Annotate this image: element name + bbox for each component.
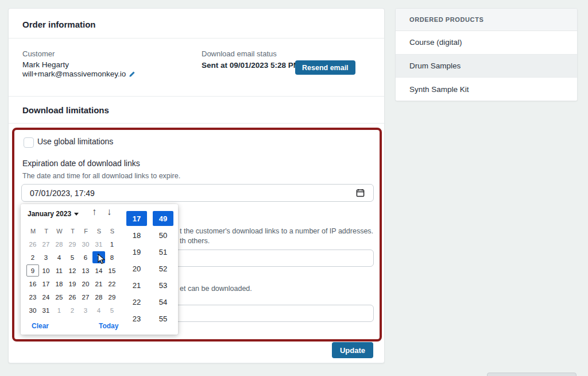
customer-email: will+mark@massivemonkey.io: [22, 70, 126, 78]
day-cell[interactable]: 6: [79, 251, 92, 263]
update-button[interactable]: Update: [332, 342, 373, 358]
day-cell[interactable]: 1: [53, 304, 65, 316]
day-cell[interactable]: 31: [40, 304, 52, 316]
day-cell[interactable]: 3: [79, 304, 92, 316]
ip-limit-description-visible-2: th others.: [180, 237, 210, 245]
ordered-product-row[interactable]: Drum Samples: [396, 55, 577, 78]
previous-month-arrow-icon[interactable]: ↑: [92, 207, 97, 217]
day-cell[interactable]: 30: [79, 238, 92, 250]
chevron-down-icon: [74, 213, 79, 216]
download-limitations-title: Download limitations: [22, 105, 109, 115]
day-cell[interactable]: 27: [79, 291, 92, 303]
hour-cell[interactable]: 17: [126, 211, 147, 226]
day-cell[interactable]: 10: [40, 264, 52, 277]
day-cell[interactable]: 31: [92, 238, 105, 250]
ip-limit-description-visible: t the customer's download links to a num…: [180, 227, 373, 235]
expiration-date-description: The date and time for all download links…: [22, 172, 180, 180]
day-cell[interactable]: 23: [26, 291, 39, 303]
day-cell[interactable]: 25: [53, 291, 65, 303]
minute-cell[interactable]: 55: [153, 311, 173, 326]
email-status-label: Download email status: [202, 49, 277, 58]
day-cell[interactable]: 27: [40, 238, 52, 250]
day-cell[interactable]: 21: [92, 278, 105, 290]
day-cell[interactable]: 8: [106, 251, 118, 263]
download-attempts-description-visible: et can be downloaded.: [180, 285, 252, 293]
day-cell[interactable]: 26: [26, 238, 39, 250]
day-cell[interactable]: 5: [66, 251, 79, 263]
expiration-date-label: Expiration date of download links: [22, 159, 140, 168]
day-cell[interactable]: 18: [53, 278, 65, 290]
day-cell[interactable]: 15: [106, 264, 118, 277]
hour-cell[interactable]: 21: [126, 278, 147, 293]
day-cell[interactable]: 29: [66, 238, 79, 250]
day-cell[interactable]: 1: [106, 238, 118, 250]
hours-column: 17181920212223: [126, 211, 147, 328]
day-cell[interactable]: 3: [40, 251, 52, 263]
day-cell[interactable]: 24: [40, 291, 52, 303]
dow-label: S: [106, 226, 119, 236]
day-cell[interactable]: 12: [66, 264, 79, 277]
dow-label: W: [53, 226, 66, 236]
month-year-label: January 2023: [28, 210, 71, 218]
use-global-limitations-label: Use global limitations: [37, 137, 113, 146]
hour-cell[interactable]: 20: [126, 261, 147, 276]
day-cell[interactable]: 17: [40, 278, 52, 290]
datetime-picker-popup: January 2023 ↑ ↓ MTWTFSS 262728293031123…: [21, 204, 178, 335]
day-cell[interactable]: 4: [92, 304, 105, 316]
day-cell[interactable]: 2: [66, 304, 79, 316]
minute-cell[interactable]: 54: [153, 294, 173, 309]
page: Order information Customer Mark Hegarty …: [0, 0, 588, 376]
day-cell[interactable]: 2: [26, 251, 39, 263]
day-cell[interactable]: 28: [92, 291, 105, 303]
day-cell[interactable]: 30: [26, 304, 39, 316]
today-link[interactable]: Today: [99, 322, 118, 330]
use-global-limitations-checkbox[interactable]: [24, 137, 34, 148]
month-year-dropdown[interactable]: January 2023: [28, 210, 79, 218]
minute-cell[interactable]: 53: [153, 278, 173, 293]
day-cell[interactable]: 9: [26, 264, 39, 277]
day-cell[interactable]: 5: [106, 304, 118, 316]
day-cell[interactable]: 26: [66, 291, 79, 303]
day-cell[interactable]: 29: [106, 291, 118, 303]
hour-cell[interactable]: 22: [126, 294, 147, 309]
day-cell[interactable]: 22: [106, 278, 118, 290]
hour-cell[interactable]: 23: [126, 311, 147, 326]
divider: [9, 123, 384, 124]
clear-link[interactable]: Clear: [32, 322, 49, 330]
ordered-products-panel: ORDERED PRODUCTS Course (digital) Drum S…: [395, 8, 578, 101]
ordered-product-row[interactable]: Synth Sample Kit: [396, 78, 577, 101]
day-cell[interactable]: 28: [53, 238, 65, 250]
divider: [9, 38, 384, 39]
resend-email-button[interactable]: Resend email: [295, 60, 355, 75]
days-grid: 2627282930311234567891011121314151617181…: [26, 237, 119, 317]
order-info-title: Order information: [22, 20, 96, 29]
day-cell[interactable]: 4: [53, 251, 65, 263]
divider: [9, 96, 384, 97]
expiration-datetime-input[interactable]: [21, 184, 374, 202]
partial-card-below-fold: [487, 373, 577, 376]
dow-label: M: [26, 226, 40, 236]
minute-cell[interactable]: 52: [153, 261, 173, 276]
day-cell[interactable]: 20: [79, 278, 92, 290]
dow-row: MTWTFSS: [26, 226, 119, 236]
next-month-arrow-icon[interactable]: ↓: [107, 207, 112, 217]
ordered-product-row[interactable]: Course (digital): [396, 31, 577, 55]
dow-label: F: [79, 226, 92, 236]
customer-label: Customer: [22, 49, 55, 58]
minutes-column: 49505152535455: [153, 211, 173, 328]
email-status-value: Sent at 09/01/2023 5:28 PM: [202, 61, 300, 70]
day-cell[interactable]: 19: [66, 278, 79, 290]
dow-label: T: [66, 226, 79, 236]
minute-cell[interactable]: 50: [153, 228, 173, 243]
day-cell[interactable]: 16: [26, 278, 39, 290]
day-cell[interactable]: 13: [79, 264, 92, 277]
edit-email-icon[interactable]: [129, 71, 136, 79]
minute-cell[interactable]: 51: [153, 244, 173, 259]
minute-cell[interactable]: 49: [153, 211, 173, 226]
mouse-cursor: [98, 254, 106, 267]
ordered-products-header: ORDERED PRODUCTS: [396, 9, 577, 31]
hour-cell[interactable]: 18: [126, 228, 147, 243]
hour-cell[interactable]: 19: [126, 244, 147, 259]
day-cell[interactable]: 11: [53, 264, 65, 277]
calendar-icon[interactable]: [356, 189, 365, 197]
